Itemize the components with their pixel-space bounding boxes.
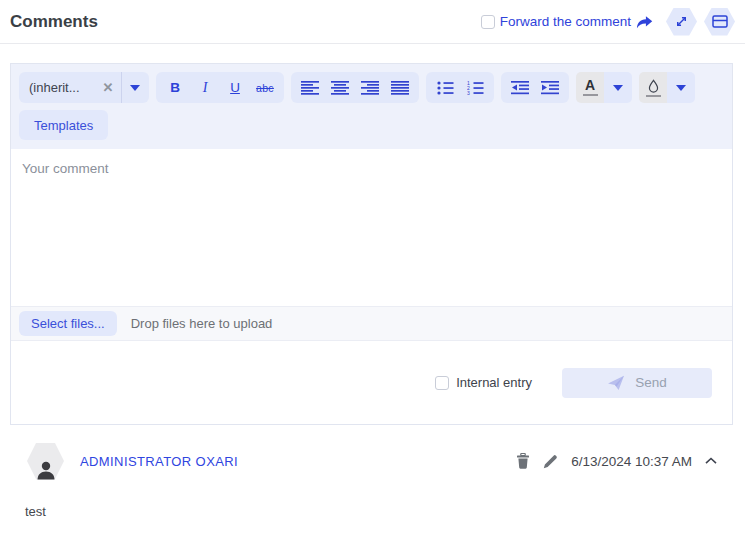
send-label: Send (635, 375, 667, 390)
text-color-split-button: A (576, 72, 632, 103)
chevron-down-icon (676, 85, 686, 91)
comment-entry-header: ADMINISTRATOR OXARI 6/13/2024 10:37 AM (27, 442, 717, 480)
align-group (291, 72, 419, 103)
align-center-icon (331, 81, 349, 95)
font-select[interactable]: (inherit... ✕ (19, 72, 149, 103)
background-color-dropdown[interactable] (667, 72, 695, 103)
bullet-list-icon (437, 81, 454, 95)
forward-checkbox[interactable] (481, 15, 495, 29)
page-title: Comments (10, 12, 481, 32)
text-color-dropdown[interactable] (604, 72, 632, 103)
collapse-comment-button[interactable] (705, 457, 717, 465)
chevron-up-icon (705, 457, 717, 465)
split-panel-icon (712, 14, 728, 29)
internal-entry-checkbox[interactable] (435, 376, 449, 390)
toolbar-row-1: (inherit... ✕ B I U abc (19, 72, 724, 103)
numbered-list-icon: 123 (467, 81, 484, 95)
comment-placeholder: Your comment (22, 161, 109, 176)
comment-author-link[interactable]: ADMINISTRATOR OXARI (80, 454, 238, 469)
select-files-button[interactable]: Select files... (19, 311, 117, 336)
font-dropdown-button[interactable] (122, 72, 148, 103)
chevron-down-icon (130, 85, 140, 91)
expand-button[interactable] (666, 8, 697, 36)
align-left-button[interactable] (295, 72, 325, 103)
list-group: 123 (426, 72, 494, 103)
toolbar-row-2: Templates (19, 110, 724, 140)
comment-actions: 6/13/2024 10:37 AM (516, 453, 717, 469)
forward-comment-control[interactable]: Forward the comment (481, 14, 653, 29)
internal-entry-control[interactable]: Internal entry (435, 375, 532, 390)
internal-entry-label: Internal entry (456, 375, 532, 390)
strikethrough-button[interactable]: abc (250, 72, 280, 103)
background-color-split-button (639, 72, 695, 103)
svg-text:3: 3 (467, 90, 470, 95)
background-color-button[interactable] (639, 72, 667, 103)
templates-button[interactable]: Templates (19, 110, 108, 140)
header-actions: Forward the comment (481, 8, 735, 36)
layout-toggle-button[interactable] (704, 8, 735, 36)
outdent-button[interactable] (505, 72, 535, 103)
italic-button[interactable]: I (190, 72, 220, 103)
paper-plane-icon (607, 375, 625, 391)
send-button[interactable]: Send (562, 368, 712, 398)
font-select-value: (inherit... (19, 80, 95, 95)
editor-footer: Internal entry Send (11, 341, 732, 424)
bold-button[interactable]: B (160, 72, 190, 103)
person-silhouette-icon (35, 459, 57, 480)
trash-icon (516, 453, 530, 469)
drop-files-label: Drop files here to upload (131, 316, 273, 331)
droplet-icon (647, 79, 660, 93)
text-color-button[interactable]: A (576, 72, 604, 103)
outdent-icon (511, 81, 529, 95)
current-text-color-bar (583, 94, 598, 96)
editor-toolbar: (inherit... ✕ B I U abc (11, 64, 732, 149)
bullet-list-button[interactable] (430, 72, 460, 103)
edit-comment-button[interactable] (543, 454, 558, 469)
format-group: B I U abc (156, 72, 284, 103)
text-color-icon: A (585, 79, 595, 92)
align-right-icon (361, 81, 379, 95)
align-justify-icon (391, 81, 409, 95)
align-right-button[interactable] (355, 72, 385, 103)
chevron-down-icon (613, 85, 623, 91)
underline-button[interactable]: U (220, 72, 250, 103)
delete-comment-button[interactable] (516, 453, 530, 469)
align-left-icon (301, 81, 319, 95)
current-background-color-bar (646, 95, 661, 97)
forward-label: Forward the comment (500, 14, 631, 29)
numbered-list-button[interactable]: 123 (460, 72, 490, 103)
indent-group (501, 72, 569, 103)
pencil-icon (543, 454, 558, 469)
font-clear-icon[interactable]: ✕ (95, 80, 121, 95)
comment-input-area[interactable]: Your comment (11, 149, 732, 306)
file-upload-bar[interactable]: Select files... Drop files here to uploa… (11, 306, 732, 341)
comment-body-text: test (25, 504, 46, 519)
forward-arrow-icon (636, 15, 653, 29)
indent-icon (541, 81, 559, 95)
comment-timestamp: 6/13/2024 10:37 AM (571, 454, 692, 469)
comments-header: Comments Forward the comment (0, 0, 745, 44)
expand-icon (674, 14, 689, 29)
align-center-button[interactable] (325, 72, 355, 103)
indent-button[interactable] (535, 72, 565, 103)
comment-editor-panel: (inherit... ✕ B I U abc (10, 63, 733, 425)
avatar (27, 443, 64, 480)
align-justify-button[interactable] (385, 72, 415, 103)
